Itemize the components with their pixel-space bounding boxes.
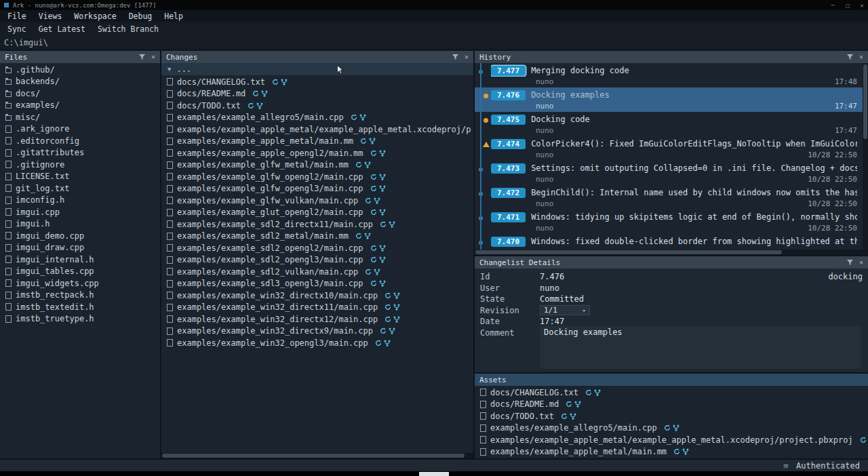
menu-item[interactable]: File — [1, 12, 33, 21]
file-tree-item[interactable]: imstb_rectpack.h — [0, 290, 160, 302]
changed-file-row[interactable]: examples/example_glfw_metal/main.mm — [161, 159, 473, 172]
history-entry[interactable]: 7.475 Docking code nuno 17:47 — [475, 112, 863, 136]
asset-row[interactable]: docs/README.md — [475, 399, 868, 411]
file-icon — [5, 303, 12, 311]
changes-root-row[interactable]: ▼ ... — [161, 63, 473, 75]
horizontal-scrollbar[interactable] — [475, 250, 868, 255]
titlebar: Ark - nuno@ark-vcs.com:Omega:dev [1477] … — [0, 0, 868, 10]
asset-row[interactable]: examples/example_apple_metal/example_app… — [475, 434, 868, 446]
changed-file-row[interactable]: examples/example_apple_metal/example_app… — [161, 123, 473, 136]
file-tree-item[interactable]: imgui.cpp — [0, 206, 160, 218]
file-tree-item[interactable]: imgui_draw.cpp — [0, 242, 160, 254]
toolbar-button[interactable]: Get Latest — [33, 24, 92, 34]
changed-file-row[interactable]: examples/example_glut_opengl2/main.cpp — [161, 207, 473, 219]
filter-icon[interactable] — [452, 54, 458, 60]
expander-icon[interactable]: ▼ — [167, 66, 171, 73]
revision-dropdown[interactable]: 1/1 ▾ — [540, 305, 590, 315]
filter-icon[interactable] — [847, 260, 853, 265]
changed-file-row[interactable]: examples/example_win32_opengl3/main.cpp — [161, 337, 473, 349]
comment-box[interactable]: Docking examples — [540, 326, 861, 369]
changed-file-row[interactable]: examples/example_sdl2_directx11/main.cpp — [161, 218, 473, 231]
scrollbar-thumb[interactable] — [162, 454, 465, 458]
filter-icon[interactable] — [139, 54, 145, 60]
file-tree-item[interactable]: backends/ — [0, 76, 160, 88]
toolbar-button[interactable]: Sync — [1, 24, 33, 34]
history-entry[interactable]: 7.473 Settings: omit outputing Collapsed… — [475, 161, 863, 185]
changed-file-row[interactable]: examples/example_win32_directx12/main.cp… — [161, 313, 473, 325]
changed-file-row[interactable]: examples/example_sdl2_metal/main.mm — [161, 231, 473, 243]
file-tree-item[interactable]: imgui.h — [0, 218, 160, 231]
changed-file-row[interactable]: examples/example_sdl3_opengl3/main.cpp — [161, 278, 473, 290]
asset-row[interactable]: examples/example_allegro5/main.cpp — [475, 422, 868, 435]
file-tree-item[interactable]: .ark_ignore — [0, 123, 160, 136]
changed-file-row[interactable]: examples/example_glfw_opengl3/main.cpp — [161, 183, 473, 195]
file-tree-item[interactable]: imgui_demo.cpp — [0, 230, 160, 242]
scrollbar-thumb[interactable] — [475, 250, 782, 254]
menu-item[interactable]: Help — [158, 12, 189, 21]
changed-file-row[interactable]: examples/example_glfw_opengl2/main.cpp — [161, 171, 473, 183]
file-tree-item[interactable]: LICENSE.txt — [0, 171, 160, 183]
branch-icon — [379, 150, 386, 157]
file-tree-item[interactable]: imstb_textedit.h — [0, 301, 160, 313]
file-tree-item[interactable]: imconfig.h — [0, 195, 160, 207]
changed-file-row[interactable]: examples/example_sdl2_opengl3/main.cpp — [161, 254, 473, 266]
asset-row[interactable]: docs/TODO.txt — [475, 410, 868, 422]
file-icon — [5, 79, 12, 85]
history-entry[interactable]: 7.471 Windows: tidying up skipitems logi… — [475, 210, 863, 234]
file-tree-item[interactable]: imgui_internal.h — [0, 254, 160, 266]
menu-item[interactable]: Debug — [123, 12, 159, 21]
changed-file-row[interactable]: examples/example_win32_directx9/main.cpp — [161, 325, 473, 338]
file-tree-item[interactable]: docs/ — [0, 87, 160, 100]
close-icon[interactable]: ✕ — [465, 54, 469, 60]
filter-icon[interactable] — [847, 54, 853, 60]
changed-file-row[interactable]: docs/TODO.txt — [161, 100, 473, 112]
minimize-icon[interactable]: ─ — [831, 2, 835, 9]
file-tree-item[interactable]: imstb_truetype.h — [0, 313, 160, 325]
changed-file-row[interactable]: examples/example_win32_directx11/main.cp… — [161, 302, 473, 314]
changed-file-row[interactable]: docs/README.md — [161, 88, 473, 100]
changed-file-row[interactable]: examples/example_sdl2_opengl2/main.cpp — [161, 242, 473, 254]
file-name: LICENSE.txt — [16, 172, 69, 181]
sync-icon — [370, 174, 377, 180]
file-tree-item[interactable]: .gitignore — [0, 159, 160, 171]
vertical-scrollbar[interactable] — [863, 63, 868, 250]
changed-file-row[interactable]: docs/CHANGELOG.txt — [161, 76, 473, 88]
changed-file-row[interactable]: examples/example_apple_opengl2/main.mm — [161, 147, 473, 159]
asset-path: examples/example_apple_metal/main.mm — [490, 447, 667, 456]
changed-file-row[interactable]: examples/example_apple_metal/main.mm — [161, 136, 473, 148]
sync-icon — [370, 209, 377, 216]
file-tree-item[interactable]: imgui_tables.cpp — [0, 266, 160, 278]
close-icon[interactable]: ✕ — [859, 259, 863, 266]
file-tree-item[interactable]: examples/ — [0, 100, 160, 112]
scrollbar-thumb[interactable] — [863, 64, 867, 139]
close-window-icon[interactable]: ✕ — [861, 2, 864, 9]
file-tree-item[interactable]: misc/ — [0, 111, 160, 123]
file-tree-item[interactable]: .github/ — [0, 64, 160, 76]
file-tree-item[interactable]: imgui_widgets.cpp — [0, 277, 160, 290]
close-icon[interactable]: ✕ — [859, 54, 863, 60]
menu-item[interactable]: Workspace — [68, 12, 122, 21]
file-name: .editorconfig — [16, 136, 79, 146]
changed-file-row[interactable]: examples/example_allegro5/main.cpp — [161, 112, 473, 124]
changed-file-row[interactable]: examples/example_sdl2_vulkan/main.cpp — [161, 266, 473, 278]
history-entry[interactable]: 7.476 Docking examples nuno 17:47 — [475, 87, 863, 112]
asset-row[interactable]: examples/example_apple_metal/main.mm — [475, 446, 868, 458]
file-tree-item[interactable]: .gitattributes — [0, 147, 160, 159]
menu-item[interactable]: Views — [33, 12, 68, 21]
history-entry[interactable]: 7.472 BeginChild(): Internal name used b… — [475, 185, 863, 210]
asset-row[interactable]: docs/CHANGELOG.txt — [475, 386, 868, 399]
history-entry[interactable]: 7.477 Merging docking code nuno 17:48 — [475, 63, 863, 87]
close-icon[interactable]: ✕ — [151, 54, 155, 60]
sync-icon — [252, 90, 259, 97]
changed-file-row[interactable]: examples/example_win32_directx10/main.cp… — [161, 290, 473, 302]
changed-file-row[interactable]: examples/example_glfw_vulkan/main.cpp — [161, 195, 473, 207]
toolbar-button[interactable]: Switch Branch — [92, 24, 165, 34]
history-entry[interactable]: 7.474 ColorPicker4(): Fixed ImGuiColorEd… — [475, 136, 863, 161]
history-entry[interactable]: 7.470 Windows: fixed double-clicked bord… — [475, 234, 863, 250]
file-tree-item[interactable]: git_log.txt — [0, 182, 160, 195]
file-tree-item[interactable]: .editorconfig — [0, 135, 160, 147]
file-name: examples/ — [16, 100, 60, 110]
maximize-icon[interactable]: ▢ — [846, 2, 849, 9]
assets-header[interactable]: Assets — [475, 374, 868, 386]
horizontal-scrollbar[interactable] — [161, 453, 473, 458]
